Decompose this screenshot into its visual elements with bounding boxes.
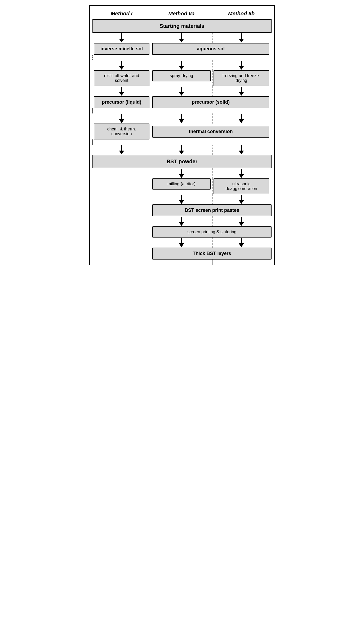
arrow-col3 — [212, 238, 270, 248]
col3 — [151, 108, 153, 113]
arrow-down — [179, 145, 184, 154]
arrow-col1-empty — [92, 238, 151, 248]
arrow-head — [179, 222, 184, 226]
arrow-shaft — [241, 33, 242, 39]
bottom-divider-row — [90, 260, 274, 265]
arrow-row-1 — [90, 33, 274, 43]
arrow-down — [179, 195, 184, 204]
arrow-row-3 — [90, 86, 274, 96]
bst-screen-row: BST screen print pastes — [90, 204, 274, 216]
bst-screen-print-box: BST screen print pastes — [152, 204, 272, 216]
arrow-col2 — [151, 216, 212, 226]
arrow-head — [239, 222, 244, 226]
arrow-col3-1 — [212, 33, 270, 43]
arrow-down — [239, 217, 244, 226]
method-headers: Method I Method IIa Method IIb — [90, 6, 274, 19]
ultrasonic-box: ultrasonic deagglomeration — [214, 178, 269, 194]
arrow-col2-1 — [151, 33, 212, 43]
screen-printing-box: screen printing & sintering — [152, 226, 272, 238]
col2: spray-drying — [151, 70, 212, 86]
arrow-col2 — [151, 238, 212, 248]
arrow-shaft — [181, 238, 182, 243]
arrow-shaft — [181, 169, 182, 174]
arrow-col2 — [151, 60, 212, 70]
arrow-shaft — [241, 238, 242, 243]
arrow-down — [239, 145, 244, 154]
arrow-shaft — [181, 114, 182, 119]
col23: screen printing & sintering — [151, 226, 273, 238]
method-1-label: Method I — [92, 11, 151, 17]
row-precursor: precursor (liquid) precursor (solid) — [90, 96, 274, 113]
arrow-head — [119, 66, 124, 70]
arrow-col1-1 — [92, 33, 151, 43]
arrow-shaft — [241, 87, 242, 92]
arrow-down — [119, 61, 124, 70]
arrow-row-8 — [90, 216, 274, 226]
screen-printing-row: screen printing & sintering — [90, 226, 274, 238]
arrow-row-9 — [90, 238, 274, 248]
row-drying: distill off water and solvent spray-dryi… — [90, 70, 274, 86]
starting-materials-banner: Starting materials — [92, 19, 272, 33]
arrow-down — [179, 87, 184, 96]
arrow-head — [119, 92, 124, 96]
arrow-shaft — [181, 145, 182, 151]
col1-empty — [92, 226, 151, 238]
col3 — [151, 55, 153, 60]
arrow-shaft — [241, 114, 242, 119]
row-sol: inverse micelle sol aqueous sol — [90, 43, 274, 60]
method-2a-label: Method IIa — [151, 11, 212, 17]
col3: freezing and freeze-drying — [212, 70, 270, 86]
arrow-col3 — [212, 60, 270, 70]
arrow-head — [239, 243, 244, 247]
row-conversion: chem. & therm. conversion thermal conver… — [90, 124, 274, 145]
col1-empty — [92, 178, 151, 194]
arrow-down — [179, 217, 184, 226]
arrow-head — [179, 119, 184, 123]
arrow-down — [119, 87, 124, 96]
arrow-down — [179, 114, 184, 123]
arrow-down — [179, 238, 184, 247]
arrow-col3 — [212, 86, 270, 96]
arrow-shaft — [241, 195, 242, 200]
bst-powder-row: BST powder — [90, 155, 274, 168]
thick-bst-row: Thick BST layers — [90, 248, 274, 260]
col3: ultrasonic deagglomeration — [212, 178, 270, 194]
arrow-col3 — [212, 216, 270, 226]
arrow-col1 — [92, 86, 151, 96]
arrow-shaft — [121, 61, 122, 66]
arrow-col2 — [151, 194, 212, 204]
arrow-col3 — [212, 145, 270, 155]
arrow-head — [119, 39, 124, 42]
spray-drying-box: spray-drying — [152, 70, 211, 81]
arrow-shaft — [181, 33, 182, 39]
arrow-head — [179, 174, 184, 178]
thermal-conversion-box: thermal conversion — [152, 126, 269, 138]
arrow-shaft — [121, 33, 122, 39]
arrow-down — [119, 114, 124, 123]
arrow-shaft — [121, 114, 122, 119]
arrow-shaft — [121, 145, 122, 151]
arrow-down — [239, 114, 244, 123]
arrow-shaft — [181, 87, 182, 92]
arrow-head — [179, 243, 184, 247]
divider — [92, 55, 151, 60]
method-2b-label: Method IIb — [212, 11, 270, 17]
arrow-row-2 — [90, 60, 274, 70]
divider — [92, 108, 151, 113]
arrow-col3 — [212, 194, 270, 204]
arrow-head — [239, 119, 244, 123]
divider — [92, 139, 151, 145]
arrow-head — [239, 151, 244, 154]
arrow-down — [179, 61, 184, 70]
arrow-shaft — [241, 145, 242, 151]
arrow-head — [119, 119, 124, 123]
arrow-head — [239, 200, 244, 204]
arrow-down — [119, 33, 124, 42]
bst-powder-banner: BST powder — [92, 155, 272, 168]
arrow-col1 — [92, 60, 151, 70]
col23: Thick BST layers — [151, 248, 273, 260]
freezing-box: freezing and freeze-drying — [214, 70, 269, 86]
col1: distill off water and solvent — [92, 70, 151, 86]
precursor-liquid-box: precursor (liquid) — [94, 96, 149, 108]
arrow-head — [239, 92, 244, 96]
